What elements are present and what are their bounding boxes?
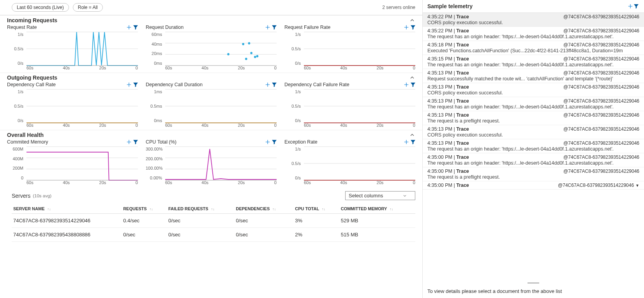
chart-title: Request Failure Rate: [284, 25, 330, 30]
chart-add-icon[interactable]: [265, 25, 270, 30]
cell-failed: 0/sec: [167, 228, 235, 242]
sort-icon[interactable]: ↑↓: [390, 207, 393, 211]
telemetry-item[interactable]: 4:35:22 PM | Trace @74C67AC8-63798239351…: [423, 13, 644, 27]
chart-filter-icon[interactable]: [132, 82, 139, 88]
role-filter-pill[interactable]: Role = All: [73, 3, 103, 12]
servers-online-label: 2 servers online: [382, 5, 415, 10]
telemetry-type: Trace: [456, 98, 469, 104]
chart-add-icon[interactable]: [265, 82, 270, 87]
telemetry-timestamp: 4:35:13 PM: [427, 140, 452, 146]
dropdown-arrow-icon[interactable]: ▼: [635, 183, 639, 188]
table-row[interactable]: 74C67AC8-637982393514229046 0.4/sec 0/se…: [12, 214, 415, 228]
sort-icon[interactable]: ↑↓: [272, 207, 276, 211]
sort-icon[interactable]: ↑↓: [211, 207, 215, 211]
sort-icon[interactable]: ↑↓: [150, 207, 153, 211]
telemetry-item[interactable]: 4:35:18 PM | Trace @74C67AC8-63798239351…: [423, 41, 644, 55]
telemetry-type: Trace: [456, 169, 469, 174]
telemetry-id: @74C67AC8-637982393514229046: [563, 140, 639, 146]
time-range-pill[interactable]: Last 60 seconds (Live): [12, 3, 69, 12]
y-tick: 1ms: [146, 89, 164, 94]
sort-icon[interactable]: ↑↓: [48, 207, 51, 211]
table-row[interactable]: 74C67AC8-637982395438808886 0/sec 0/sec …: [12, 228, 415, 242]
col-header[interactable]: COMMITTED MEMORY ↑↓: [339, 204, 415, 214]
chart-filter-icon[interactable]: [410, 24, 416, 30]
chart-add-icon[interactable]: [126, 139, 132, 145]
telemetry-item[interactable]: 4:35:13 PM | Trace @74C67AC8-63798239351…: [423, 83, 644, 97]
y-tick: 100.00%: [146, 166, 164, 170]
svg-point-7: [242, 43, 244, 45]
chart-filter-icon[interactable]: [132, 139, 139, 145]
y-tick: 1/s: [284, 32, 303, 37]
x-tick: 40s: [63, 180, 70, 186]
telemetry-item[interactable]: 4:35:13 PM | Trace @74C67AC8-63798239351…: [423, 111, 644, 125]
chart-request_duration: Request Duration 60ms40ms20ms0ms 60s40s: [142, 23, 281, 71]
y-tick: 0ms: [146, 118, 164, 123]
telemetry-list[interactable]: 4:35:22 PM | Trace @74C67AC8-63798239351…: [423, 13, 644, 281]
svg-point-11: [254, 56, 256, 58]
telemetry-message: The request has an origin header: 'https…: [427, 146, 639, 152]
telemetry-item[interactable]: 4:35:00 PM | Trace @74C67AC8-63798239351…: [423, 167, 644, 181]
col-header[interactable]: DEPENDENCIES ↑↓: [234, 204, 293, 214]
collapse-incoming-icon[interactable]: [409, 17, 415, 23]
telemetry-item[interactable]: 4:35:00 PM | Trace @74C67AC8-63798239351…: [423, 153, 644, 167]
telemetry-type: Trace: [456, 70, 469, 76]
chart-filter-icon[interactable]: [271, 139, 277, 145]
x-tick: 40s: [201, 180, 208, 186]
col-header[interactable]: FAILED REQUESTS ↑↓: [167, 204, 235, 214]
x-tick: 20s: [377, 180, 384, 186]
chart-add-icon[interactable]: [126, 25, 132, 30]
chart-add-icon[interactable]: [404, 82, 409, 87]
chart-filter-icon[interactable]: [410, 82, 416, 88]
svg-point-12: [256, 55, 259, 57]
collapse-outgoing-icon[interactable]: [409, 74, 415, 81]
y-tick: 400M: [7, 156, 26, 161]
telemetry-item[interactable]: 4:35:15 PM | Trace @74C67AC8-63798239351…: [423, 55, 644, 69]
chart-add-icon[interactable]: [404, 139, 409, 145]
telemetry-filter-icon[interactable]: [633, 3, 639, 9]
chart-filter-icon[interactable]: [271, 82, 277, 88]
telemetry-message: CORS policy execution successful.: [427, 132, 639, 138]
chart-cpu: CPU Total (%) 300.00%200.00%100.00%0.00%…: [142, 138, 281, 186]
telemetry-id: @74C67AC8-637982393514229046: [563, 56, 639, 62]
telemetry-add-icon[interactable]: [628, 4, 633, 9]
telemetry-item[interactable]: 4:35:13 PM | Trace @74C67AC8-63798239351…: [423, 139, 644, 153]
telemetry-item[interactable]: 4:35:22 PM | Trace @74C67AC8-63798239351…: [423, 27, 644, 41]
chart-filter-icon[interactable]: [271, 24, 277, 30]
col-header[interactable]: REQUESTS ↑↓: [122, 204, 167, 214]
chart-filter-icon[interactable]: [410, 139, 416, 145]
x-tick: 20s: [99, 66, 106, 71]
collapse-health-icon[interactable]: [409, 132, 415, 138]
col-header[interactable]: CPU TOTAL ↑↓: [293, 204, 339, 214]
telemetry-item[interactable]: 4:35:13 PM | Trace @74C67AC8-63798239351…: [423, 97, 644, 111]
telemetry-id: @74C67AC8-637982393514229046: [563, 42, 639, 48]
x-tick: 60s: [304, 66, 311, 71]
telemetry-item[interactable]: 4:35:00 PM | Trace @74C67AC8-63798239351…: [423, 181, 644, 190]
telemetry-item[interactable]: 4:35:13 PM | Trace @74C67AC8-63798239351…: [423, 125, 644, 139]
telemetry-id: @74C67AC8-637982393514229046: [563, 112, 639, 118]
telemetry-message: Executed 'Functions.catchAllFunction' (S…: [427, 48, 639, 53]
telemetry-type: Trace: [456, 84, 469, 90]
telemetry-timestamp: 4:35:18 PM: [427, 42, 452, 48]
telemetry-id: @74C67AC8-637982393514229046: [563, 70, 639, 76]
telemetry-message: The request has an origin header: 'https…: [427, 62, 639, 67]
chart-filter-icon[interactable]: [132, 24, 139, 30]
chart-add-icon[interactable]: [404, 25, 409, 30]
cell-mem: 529 MB: [339, 214, 415, 228]
select-columns-dropdown[interactable]: Select columns: [345, 191, 415, 200]
x-tick: 20s: [238, 123, 245, 128]
resize-grip[interactable]: [423, 281, 644, 284]
x-tick: 20s: [377, 66, 384, 71]
col-header[interactable]: SERVER NAME ↑↓: [12, 204, 122, 214]
y-tick: 300.00%: [146, 147, 164, 151]
telemetry-id: @74C67AC8-637982393514229046: [563, 28, 639, 34]
y-tick: 0/s: [7, 118, 26, 123]
telemetry-item[interactable]: 4:35:13 PM | Trace @74C67AC8-63798239351…: [423, 69, 644, 83]
y-tick: 0.5ms: [146, 104, 164, 108]
servers-title: Servers: [12, 193, 30, 199]
sort-icon[interactable]: ↑↓: [322, 207, 325, 211]
chart-add-icon[interactable]: [265, 139, 270, 145]
chart-add-icon[interactable]: [126, 82, 132, 87]
x-tick: 60s: [26, 180, 34, 186]
telemetry-type: Trace: [456, 183, 469, 188]
x-tick: 0: [136, 123, 138, 128]
